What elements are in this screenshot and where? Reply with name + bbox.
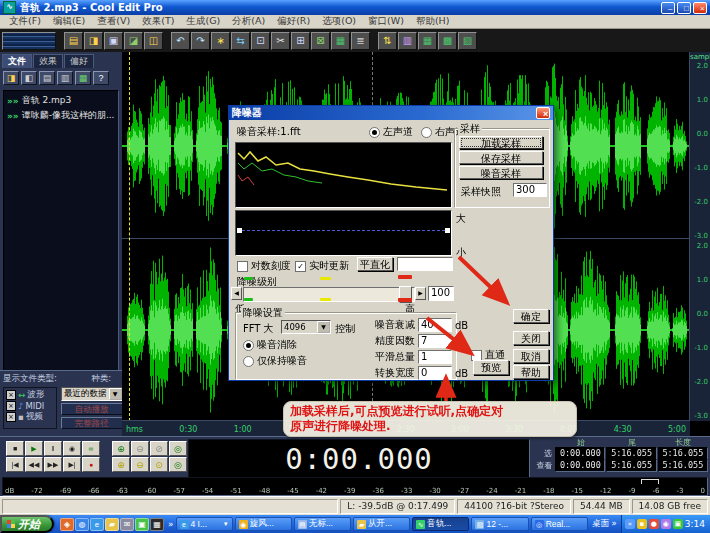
open-file-icon[interactable]: ◨ (84, 32, 103, 50)
window-v-icon[interactable]: ▩ (438, 32, 457, 50)
zoom-full-button[interactable]: ⊘ (150, 441, 168, 456)
get-noise-sample-button[interactable]: 噪音采样 (459, 166, 543, 179)
close-dialog-button[interactable]: 关闭 (513, 331, 549, 345)
start-button[interactable]: 开始 (0, 515, 54, 533)
new-file-icon[interactable]: ▤ (64, 32, 83, 50)
task-button[interactable]: ∿音轨... (412, 517, 469, 531)
window-grid-icon[interactable]: ▧ (458, 32, 477, 50)
go-end-button[interactable]: ▶| (63, 457, 81, 472)
close-button[interactable]: × (693, 2, 707, 14)
file-list-item[interactable]: »»谭咏麟-像我这样的朋... (6, 108, 116, 123)
desktop-toolbar[interactable]: 桌面 » (588, 518, 621, 530)
task-button[interactable]: ▧12 -... (471, 517, 528, 531)
ql-mail-icon[interactable]: ✉ (120, 518, 134, 531)
menu-edit[interactable]: 编辑(E) (47, 15, 91, 28)
log-scale-checkbox[interactable]: 对数刻度 (237, 259, 291, 273)
live-update-checkbox[interactable]: ✓实时更新 (295, 259, 349, 273)
task-button[interactable]: ▰从开... (353, 517, 410, 531)
tray-monitor-icon[interactable]: ◉ (661, 519, 671, 529)
dialog-title-bar[interactable]: 降噪器 × (229, 106, 553, 120)
setting-input[interactable]: 0 (418, 366, 452, 380)
rewind-button[interactable]: ◀◀ (25, 457, 43, 472)
menu-analyze[interactable]: 分析(A) (226, 15, 271, 28)
setting-input[interactable]: 40 (418, 318, 452, 332)
task-button[interactable]: ◎Real... (531, 517, 588, 531)
slider-left-arrow-icon[interactable]: ◀ (231, 287, 242, 300)
save-all-icon[interactable]: ◫ (144, 32, 163, 50)
snapshot-input[interactable]: 300 (513, 183, 547, 197)
zoom-selection-button[interactable]: ◎ (169, 441, 187, 456)
task-button[interactable]: ▤无标... (294, 517, 351, 531)
ok-button[interactable]: 确定 (513, 309, 549, 323)
fast-forward-button[interactable]: ▶▶ (44, 457, 62, 472)
zoom-sel-right-button[interactable]: ◎ (169, 457, 187, 472)
curve-handle-left[interactable] (237, 228, 242, 233)
zoom-sel-left-button[interactable]: ⊙ (150, 457, 168, 472)
tray-chevron-icon[interactable]: « (625, 519, 635, 529)
menu-window[interactable]: 窗口(W) (362, 15, 410, 28)
zoom-in-button[interactable]: ⊕ (112, 441, 130, 456)
keep-noise-radio[interactable]: 仅保持噪音 (243, 354, 307, 368)
stop-button[interactable]: ■ (6, 441, 24, 456)
ql-green-app-icon[interactable]: ▣ (135, 518, 149, 531)
playback-cursor[interactable] (129, 52, 130, 421)
quick-launch-overflow[interactable]: » (166, 519, 176, 529)
cancel-button[interactable]: 取消 (513, 349, 549, 363)
cut-icon[interactable]: ✂ (271, 32, 290, 50)
task-button[interactable]: ◉旋风... (235, 517, 292, 531)
tray-lock-icon[interactable]: ▪ (637, 519, 647, 529)
menu-help[interactable]: 帮助(H) (410, 15, 456, 28)
organizer-tab-effects[interactable]: 效果 (33, 54, 63, 68)
reduction-curve-box[interactable] (235, 210, 452, 256)
tray-green-icon[interactable]: ▣ (673, 519, 683, 529)
auto-play-button[interactable]: 自动播放 (61, 403, 123, 415)
repeat-icon[interactable]: ∗ (211, 32, 230, 50)
cue-list-icon[interactable]: ▥ (398, 32, 417, 50)
save-sample-button[interactable]: 保存采样 (459, 151, 543, 164)
organizer-tab-favorites[interactable]: 偏好 (64, 54, 94, 68)
remove-noise-radio[interactable]: 噪音消除 (243, 338, 297, 352)
dialog-close-icon[interactable]: × (536, 107, 550, 119)
save-file-icon[interactable]: ▣ (104, 32, 123, 50)
tray-alert-icon[interactable]: ● (649, 519, 659, 529)
multitrack-toggle-icon[interactable]: ⇅ (378, 32, 397, 50)
level-meter[interactable]: dB-72-69-66-63-60-57-54-51-48-45-42-39-3… (2, 477, 708, 496)
pause-button[interactable]: ‖ (44, 441, 62, 456)
filetype-checkbox[interactable]: × (6, 390, 16, 400)
menu-view[interactable]: 查看(V) (91, 15, 136, 28)
undo-icon[interactable]: ↶ (171, 32, 190, 50)
window-h-icon[interactable]: ▦ (418, 32, 437, 50)
paste-icon[interactable]: ⊞ (291, 32, 310, 50)
edit-file-icon[interactable]: ▤ (39, 71, 55, 85)
filetype-checkbox[interactable]: × (6, 401, 16, 411)
redo-icon[interactable]: ↷ (191, 32, 210, 50)
menu-favorites[interactable]: 偏好(R) (271, 15, 316, 28)
mix-paste-icon[interactable]: ⊠ (311, 32, 330, 50)
setting-input[interactable]: 1 (418, 350, 452, 364)
play-button[interactable]: ▶ (25, 441, 43, 456)
fft-size-dropdown[interactable]: 4096▼ (281, 320, 331, 334)
help-icon[interactable]: ? (93, 71, 109, 85)
ql-desktop-icon[interactable]: ▦ (150, 518, 164, 531)
ql-media-player-icon[interactable]: ◈ (60, 518, 74, 531)
slider-right-arrow-icon[interactable]: ▶ (415, 287, 426, 300)
zoom-out-button[interactable]: ⊖ (131, 441, 149, 456)
level-input[interactable]: 100 (428, 286, 454, 301)
open-file-icon[interactable]: ◨ (3, 71, 19, 85)
go-start-button[interactable]: |◀ (6, 457, 24, 472)
filetype-checkbox[interactable]: × (6, 412, 16, 422)
organizer-tab-files[interactable]: 文件 (2, 54, 32, 68)
reduction-curve[interactable] (237, 230, 450, 231)
record-button[interactable]: ● (82, 457, 100, 472)
ql-folder-icon[interactable]: ▰ (105, 518, 119, 531)
zoom-out-vert-button[interactable]: ⊖ (131, 457, 149, 472)
file-list[interactable]: »»音轨 2.mp3»»谭咏麟-像我这样的朋... (3, 90, 119, 373)
task-button[interactable]: e4 I...▼ (176, 517, 233, 531)
full-path-button[interactable]: 完整路径 (61, 417, 123, 429)
ql-globe-icon[interactable]: ◍ (75, 518, 89, 531)
maximize-button[interactable]: □ (677, 2, 691, 14)
load-sample-button[interactable]: 加载采样 (459, 136, 543, 149)
left-channel-radio[interactable]: 左声道 (369, 125, 413, 139)
menu-file[interactable]: 文件(F) (3, 15, 47, 28)
file-list-item[interactable]: »»音轨 2.mp3 (6, 93, 116, 108)
